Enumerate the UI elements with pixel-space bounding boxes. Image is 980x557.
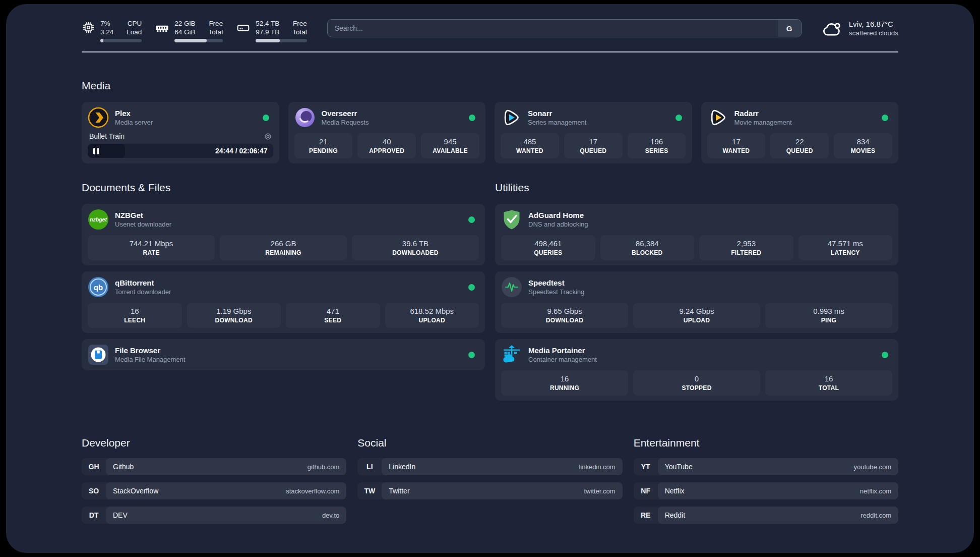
weather-location-temp: Lviv, 16.87°C xyxy=(849,19,898,29)
bookmark-name: LinkedIn xyxy=(389,463,415,471)
app-link-portainer[interactable]: Media Portainer Container management xyxy=(501,344,892,365)
disk-widget: 52.4 TB 97.9 TB Free Total xyxy=(236,19,307,42)
stat-latency: 47.571 ms LATENCY xyxy=(799,235,893,260)
status-dot xyxy=(882,115,888,121)
bookmark-name: StackOverflow xyxy=(113,487,158,495)
status-dot xyxy=(469,115,475,121)
weather-widget: Lviv, 16.87°C scattered clouds xyxy=(822,19,898,38)
header: 7% 3.24 CPU Load xyxy=(82,4,898,42)
app-link-radarr[interactable]: Radarr Movie management xyxy=(707,107,893,128)
stat-leech: 16 LEECH xyxy=(88,303,182,328)
bookmark-abbr: GH xyxy=(82,458,106,475)
app-link-plex[interactable]: Plex Media server xyxy=(88,107,273,128)
svg-text:qb: qb xyxy=(94,283,103,292)
bookmark-dev[interactable]: DT DEV dev.to xyxy=(82,507,346,524)
app-link-filebrowser[interactable]: File Browser Media File Management xyxy=(88,344,479,365)
bookmark-url: reddit.com xyxy=(861,512,891,519)
widget-settings-button[interactable] xyxy=(264,133,272,140)
bookmark-stackoverflow[interactable]: SO StackOverflow stackoverflow.com xyxy=(82,482,346,499)
app-link-nzbget[interactable]: nzbget NZBGet Usenet downloader xyxy=(88,209,479,230)
bookmark-name: Netflix xyxy=(665,487,685,495)
bookmark-abbr: LI xyxy=(357,458,382,475)
app-link-speedtest[interactable]: Speedtest Speedtest Tracking xyxy=(501,276,892,298)
bookmark-url: netflix.com xyxy=(860,487,891,495)
app-name: Overseerr xyxy=(322,108,463,118)
stat-movies: 834 MOVIES xyxy=(834,133,892,158)
stat-wanted: 485 WANTED xyxy=(501,133,559,158)
card-overseerr: Overseerr Media Requests 21 PENDING 40 A… xyxy=(288,102,486,163)
card-filebrowser: File Browser Media File Management xyxy=(82,339,485,370)
now-playing-title: Bullet Train xyxy=(89,132,125,140)
dashboard-panel: 7% 3.24 CPU Load xyxy=(6,4,974,553)
app-link-qbittorrent[interactable]: qb qBittorrent Torrent downloader xyxy=(88,276,479,298)
bookmark-twitter[interactable]: TW Twitter twitter.com xyxy=(357,482,622,499)
stat-total: 16 TOTAL xyxy=(765,370,892,396)
section-title-entertainment: Entertainment xyxy=(634,437,898,449)
app-name: qBittorrent xyxy=(115,278,462,288)
app-name: Radarr xyxy=(734,108,876,118)
section-entertainment: Entertainment YT YouTube youtube.com NF … xyxy=(634,437,898,524)
bookmark-linkedin[interactable]: LI LinkedIn linkedin.com xyxy=(357,458,622,475)
bookmark-name: Twitter xyxy=(389,487,409,495)
bookmark-abbr: NF xyxy=(634,482,658,499)
section-social: Social LI LinkedIn linkedin.com TW Twitt… xyxy=(357,437,622,524)
memory-total-value: 64 GiB xyxy=(174,28,195,36)
card-radarr: Radarr Movie management 17 WANTED 22 QUE… xyxy=(701,102,899,163)
stat-filtered: 2,953 FILTERED xyxy=(699,235,793,260)
status-dot xyxy=(263,115,269,121)
bookmark-name: YouTube xyxy=(665,463,693,471)
bookmark-reddit[interactable]: RE Reddit reddit.com xyxy=(634,507,898,524)
card-portainer: Media Portainer Container management 16 … xyxy=(495,339,898,401)
card-sonarr: Sonarr Series management 485 WANTED 17 Q… xyxy=(495,102,692,163)
stat-ping: 0.993 ms PING xyxy=(765,303,892,328)
app-link-sonarr[interactable]: Sonarr Series management xyxy=(501,107,686,128)
stat-queued: 22 QUEUED xyxy=(770,133,829,158)
bookmark-netflix[interactable]: NF Netflix netflix.com xyxy=(634,482,898,499)
stat-queries: 498,461 QUERIES xyxy=(501,235,595,260)
disk-total-value: 97.9 TB xyxy=(256,28,279,36)
qbittorrent-icon: qb xyxy=(88,276,109,298)
bookmark-abbr: SO xyxy=(82,482,106,499)
app-name: NZBGet xyxy=(115,210,462,220)
radarr-icon xyxy=(707,107,728,128)
card-adguard: AdGuard Home DNS and adblocking 498,461 … xyxy=(495,204,898,265)
header-divider xyxy=(82,51,898,52)
bookmark-url: youtube.com xyxy=(854,463,891,471)
section-utilities: Utilities AdGuard Home DNS and adblockin… xyxy=(495,182,898,401)
stat-seed: 471 SEED xyxy=(286,303,380,328)
disk-icon xyxy=(236,21,251,35)
search-input[interactable] xyxy=(327,19,802,37)
stat-wanted: 17 WANTED xyxy=(707,133,766,158)
cpu-load-value: 3.24 xyxy=(100,28,113,36)
bookmark-name: Reddit xyxy=(665,511,685,519)
sonarr-icon xyxy=(501,107,522,128)
app-desc: DNS and adblocking xyxy=(528,220,892,229)
stat-rate: 744.21 Mbps RATE xyxy=(88,235,215,260)
stat-download: 9.65 Gbps DOWNLOAD xyxy=(501,303,628,328)
stat-pending: 21 PENDING xyxy=(294,133,353,158)
playback-progress-bar[interactable]: 24:44 / 02:06:47 xyxy=(88,144,273,158)
memory-icon xyxy=(155,21,169,35)
section-title-social: Social xyxy=(357,437,622,449)
cpu-icon xyxy=(82,21,95,34)
disk-free-label: Free xyxy=(292,19,307,28)
card-qbittorrent: qb qBittorrent Torrent downloader 16 xyxy=(82,271,485,333)
app-name: Sonarr xyxy=(528,108,669,118)
app-name: Speedtest xyxy=(528,278,892,288)
stat-available: 945 AVAILABLE xyxy=(421,133,479,158)
pause-button[interactable] xyxy=(88,148,104,154)
weather-condition: scattered clouds xyxy=(849,29,898,38)
section-title-utilities: Utilities xyxy=(495,182,898,194)
stat-upload: 9.24 Gbps UPLOAD xyxy=(633,303,760,328)
cpu-usage-value: 7% xyxy=(100,19,113,28)
memory-total-label: Total xyxy=(209,28,223,36)
app-link-overseerr[interactable]: Overseerr Media Requests xyxy=(294,107,480,128)
search-engine-button[interactable]: G xyxy=(778,20,801,37)
app-link-adguard[interactable]: AdGuard Home DNS and adblocking xyxy=(501,209,892,230)
cpu-widget: 7% 3.24 CPU Load xyxy=(82,19,142,42)
bookmark-youtube[interactable]: YT YouTube youtube.com xyxy=(634,458,898,475)
filebrowser-icon xyxy=(88,344,109,365)
app-name: Plex xyxy=(115,108,257,118)
bookmark-github[interactable]: GH Github github.com xyxy=(82,458,346,475)
stat-approved: 40 APPROVED xyxy=(357,133,416,158)
